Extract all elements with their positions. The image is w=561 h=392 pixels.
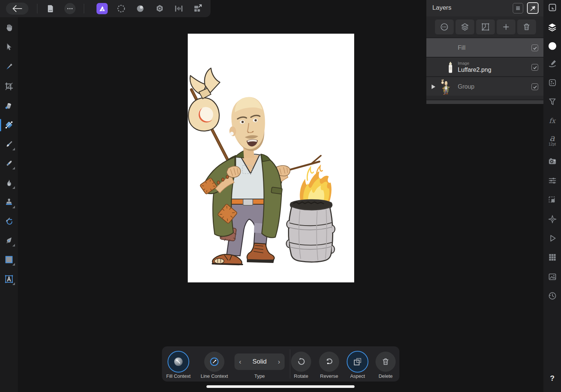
chevron-left-icon[interactable]: ‹ [239, 358, 241, 366]
export-persona-icon [193, 4, 203, 13]
selections-persona-button[interactable] [116, 3, 127, 14]
fx-label: fx [549, 117, 555, 125]
line-context-button[interactable] [204, 352, 224, 372]
layer-visibility-checkbox[interactable] [531, 45, 538, 51]
document-icon [46, 4, 55, 13]
home-indicator[interactable] [206, 385, 355, 388]
layer-row-group[interactable]: Group [426, 76, 543, 96]
delete-layer-button[interactable] [517, 19, 536, 34]
toolbar-separator [84, 4, 84, 13]
layer-mask-button[interactable] [476, 19, 495, 34]
chevron-right-icon[interactable]: › [278, 358, 280, 366]
layer-name: Luffare2.png [458, 67, 491, 73]
filters-studio-button[interactable] [543, 97, 561, 106]
undo-brush-tool[interactable] [3, 215, 15, 228]
aspect-button[interactable] [347, 351, 368, 373]
color-studio-button[interactable] [543, 42, 561, 50]
typography-studio-button[interactable]: a 12pt [543, 134, 561, 146]
selection-box-icon [548, 196, 557, 205]
color-picker-tool[interactable] [3, 61, 15, 73]
add-layer-button[interactable] [497, 19, 515, 34]
eyedropper-icon [4, 62, 14, 72]
effects-studio-button[interactable]: fx [543, 117, 561, 125]
layer-name: Group [458, 77, 474, 97]
camera-icon [548, 157, 557, 166]
selections-persona-icon [116, 4, 126, 13]
paint-bucket-icon [4, 101, 14, 111]
layer-visibility-checkbox[interactable] [531, 64, 538, 71]
layer-row-fill[interactable]: Fill [426, 37, 543, 57]
help-label: ? [550, 374, 554, 383]
reverse-button[interactable] [319, 352, 339, 372]
liquify-persona-icon [135, 4, 145, 13]
layer-row-image[interactable]: Image Luffare2.png [426, 57, 543, 76]
gradient-icon [4, 120, 14, 130]
photo-persona-button[interactable] [96, 3, 108, 14]
layers-menu-button[interactable] [513, 3, 523, 13]
layers-panel-title: Layers [432, 4, 451, 12]
trash-icon [381, 357, 390, 366]
back-button[interactable] [6, 3, 28, 15]
selection-studio-button[interactable] [543, 196, 561, 205]
hand-icon [4, 23, 14, 33]
gradient-tool[interactable] [3, 119, 15, 131]
more-options-button[interactable] [64, 3, 76, 14]
export-persona-button[interactable] [192, 3, 203, 14]
adjustments-studio-button[interactable] [543, 78, 561, 87]
smudge-tool[interactable] [3, 177, 15, 189]
line-sphere-icon [209, 357, 219, 367]
delete-button[interactable] [375, 352, 396, 372]
aspect-squares-icon [353, 357, 362, 367]
rotate-button[interactable] [291, 352, 311, 372]
navigator-studio-button[interactable] [543, 215, 561, 224]
layer-options-button[interactable] [435, 19, 454, 34]
develop-sliders-studio-button[interactable] [543, 176, 561, 185]
view-hand-tool[interactable] [3, 22, 15, 34]
shoes [212, 243, 275, 265]
brushes-studio-button[interactable] [543, 59, 561, 68]
hobo-illustration [188, 34, 354, 282]
layers-studio-button[interactable] [543, 22, 561, 32]
swatches-studio-button[interactable] [543, 253, 561, 262]
play-icon [548, 234, 557, 243]
expand-studio-button[interactable] [543, 3, 561, 12]
fill-context-button[interactable] [168, 351, 189, 373]
check-icon [533, 65, 537, 70]
flood-fill-tool[interactable] [3, 99, 15, 112]
develop-persona-button[interactable] [154, 3, 165, 14]
layers-pin-button[interactable] [527, 2, 539, 14]
clone-stamp-icon [4, 197, 14, 207]
text-tool[interactable] [3, 273, 15, 285]
pen-tool[interactable] [3, 234, 15, 247]
head [227, 96, 267, 158]
expand-group-icon[interactable] [432, 85, 435, 89]
shape-tool[interactable] [3, 253, 15, 266]
document-canvas[interactable] [188, 34, 354, 282]
move-tool[interactable] [3, 41, 15, 54]
tone-mapping-persona-button[interactable] [173, 3, 184, 14]
rotate-label: Rotate [294, 373, 308, 379]
stock-studio-button[interactable] [543, 157, 561, 166]
play-studio-button[interactable] [543, 234, 561, 243]
image-icon [548, 272, 557, 281]
layer-visibility-checkbox[interactable] [531, 83, 538, 90]
layer-stack-button[interactable] [456, 19, 474, 34]
erase-tool[interactable] [3, 157, 15, 170]
clone-tool[interactable] [3, 196, 15, 209]
paint-brush-tool[interactable] [3, 138, 15, 151]
reverse-label: Reverse [320, 373, 338, 379]
tone-mapping-persona-icon [174, 4, 184, 13]
type-selector[interactable]: ‹ Solid › [234, 353, 285, 370]
layer-kind-label: Image [458, 61, 469, 65]
layers-panel-header: Layers [426, 0, 543, 16]
document-button[interactable] [45, 3, 56, 14]
images-studio-button[interactable] [543, 272, 561, 281]
liquify-persona-button[interactable] [135, 3, 146, 14]
aspect-label: Aspect [350, 373, 365, 379]
selected-tool-indicator [0, 119, 1, 131]
rectangle-icon [4, 255, 14, 264]
layers-stack-icon [548, 22, 557, 32]
history-studio-button[interactable] [543, 291, 561, 300]
crop-tool[interactable] [3, 80, 15, 93]
help-button[interactable]: ? [543, 374, 561, 383]
